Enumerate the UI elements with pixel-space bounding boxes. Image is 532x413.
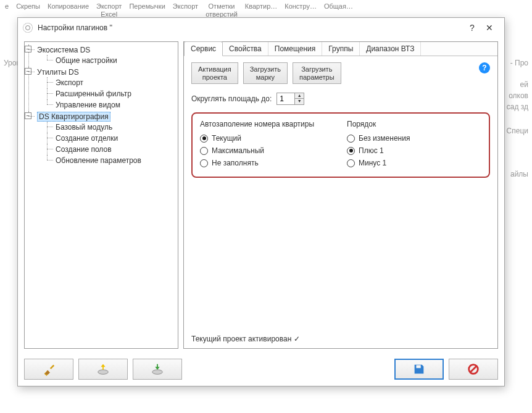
tab-vtz-range[interactable]: Диапазон ВТЗ bbox=[360, 42, 421, 56]
radio-icon bbox=[347, 159, 355, 167]
tree-node-utilities[interactable]: Утилиты DS bbox=[37, 68, 79, 77]
radio-label: Без изменения bbox=[359, 134, 410, 143]
radio-auto-max[interactable]: Максимальный bbox=[200, 144, 335, 157]
content-panel: Сервис Свойства Помещения Группы Диапазо… bbox=[183, 41, 498, 349]
radio-icon bbox=[200, 159, 208, 167]
bg-text: олков bbox=[509, 91, 528, 100]
drive-down-icon bbox=[96, 362, 110, 376]
radio-auto-none[interactable]: Не заполнять bbox=[200, 157, 335, 169]
dialog-button-bar bbox=[18, 355, 504, 386]
bg-text: айлы bbox=[510, 170, 528, 178]
tabs: Сервис Свойства Помещения Группы Диапазо… bbox=[184, 42, 497, 56]
tree-node-apartments[interactable]: DS Квартирография bbox=[37, 112, 110, 122]
ribbon-item[interactable]: Копирование bbox=[45, 1, 91, 12]
radio-auto-current[interactable]: Текущий bbox=[200, 132, 335, 144]
radio-icon bbox=[200, 147, 208, 155]
gear-icon bbox=[23, 23, 33, 33]
expander-icon[interactable]: − bbox=[25, 46, 31, 52]
check-icon: ✓ bbox=[294, 335, 300, 343]
titlebar: Настройки плагинов '' ? ✕ bbox=[18, 18, 504, 38]
radio-label: Плюс 1 bbox=[359, 146, 384, 155]
radio-label: Текущий bbox=[212, 134, 241, 143]
ribbon-item[interactable]: е bbox=[2, 1, 11, 12]
close-button[interactable]: ✕ bbox=[481, 22, 498, 34]
radio-icon bbox=[200, 135, 208, 143]
status-text: Текущий проект активирован✓ bbox=[191, 335, 300, 343]
export-button[interactable] bbox=[78, 359, 128, 380]
help-icon[interactable]: ? bbox=[479, 62, 490, 73]
radio-label: Не заполнять bbox=[212, 159, 259, 167]
radio-order-keep[interactable]: Без изменения bbox=[347, 132, 481, 144]
svg-point-1 bbox=[152, 370, 163, 374]
broom-icon bbox=[42, 362, 56, 376]
radio-order-minus1[interactable]: Минус 1 bbox=[347, 157, 481, 169]
spinner-up-icon[interactable]: ▲ bbox=[295, 93, 304, 99]
tree-node-general-settings[interactable]: Общие настройки bbox=[56, 56, 117, 65]
help-button[interactable]: ? bbox=[463, 22, 481, 34]
tree-node-finish[interactable]: Создание отделки bbox=[56, 134, 118, 143]
settings-dialog: Настройки плагинов '' ? ✕ − Экосистема D… bbox=[17, 17, 505, 386]
radio-icon bbox=[347, 147, 355, 155]
radio-label: Максимальный bbox=[212, 146, 264, 155]
tab-rooms[interactable]: Помещения bbox=[268, 42, 322, 56]
drive-up-icon bbox=[151, 362, 164, 376]
ribbon-item[interactable]: Экспорт bbox=[170, 1, 201, 12]
tab-content-service: Активация проекта Загрузить марку Загруз… bbox=[184, 56, 497, 348]
round-area-label: Округлять площадь до: bbox=[191, 94, 272, 103]
ribbon-item[interactable]: Общая… bbox=[322, 1, 355, 12]
svg-line-3 bbox=[470, 366, 476, 372]
tree-node-adv-filter[interactable]: Расширенный фильтр bbox=[56, 90, 131, 98]
cancel-icon bbox=[467, 362, 480, 376]
import-button[interactable] bbox=[133, 359, 182, 380]
tab-service[interactable]: Сервис bbox=[184, 41, 223, 56]
tree-node-floors[interactable]: Создание полов bbox=[56, 145, 112, 154]
radio-order-plus1[interactable]: Плюс 1 bbox=[347, 144, 481, 157]
ribbon-item[interactable]: Перемычки bbox=[127, 1, 167, 12]
dialog-title: Настройки плагинов '' bbox=[38, 23, 463, 32]
cancel-button[interactable] bbox=[449, 359, 498, 380]
ribbon-item[interactable]: Констру… bbox=[282, 1, 319, 12]
load-mark-button[interactable]: Загрузить марку bbox=[243, 62, 288, 84]
bg-text: - Про bbox=[510, 59, 528, 67]
load-params-button[interactable]: Загрузить параметры bbox=[293, 62, 341, 84]
radio-label: Минус 1 bbox=[359, 159, 386, 167]
spinner-down-icon[interactable]: ▼ bbox=[295, 99, 304, 104]
round-area-input[interactable] bbox=[277, 93, 294, 104]
svg-point-0 bbox=[98, 370, 109, 374]
ribbon-item[interactable]: Квартир… bbox=[243, 1, 280, 12]
expander-icon[interactable]: − bbox=[25, 112, 31, 119]
save-button[interactable] bbox=[394, 359, 444, 380]
nav-tree[interactable]: − Экосистема DS Общие настройки − Утилит… bbox=[24, 41, 178, 349]
activate-project-button[interactable]: Активация проекта bbox=[191, 62, 238, 84]
tree-node-view-mgmt[interactable]: Управление видом bbox=[56, 101, 120, 109]
bg-text: сад зд bbox=[507, 102, 528, 111]
tree-node-update-params[interactable]: Обновление параметров bbox=[56, 156, 141, 165]
tab-groups[interactable]: Группы bbox=[322, 42, 360, 56]
autofill-title: Автозаполение номера квартиры bbox=[200, 120, 335, 128]
autofill-groupbox: Автозаполение номера квартиры Текущий Ма… bbox=[191, 112, 490, 178]
ribbon-item[interactable]: Скрепы bbox=[14, 1, 43, 12]
bg-text: ей bbox=[520, 80, 528, 89]
tree-node-ecosystem[interactable]: Экосистема DS bbox=[37, 46, 90, 54]
expander-icon[interactable]: − bbox=[25, 68, 31, 75]
tree-node-base-module[interactable]: Базовый модуль bbox=[56, 123, 112, 131]
round-area-spinner[interactable]: ▲ ▼ bbox=[276, 93, 304, 105]
radio-icon bbox=[347, 135, 355, 143]
clean-button[interactable] bbox=[24, 359, 73, 380]
tree-node-export[interactable]: Экспорт bbox=[56, 78, 83, 87]
save-icon bbox=[412, 362, 426, 376]
tab-properties[interactable]: Свойства bbox=[223, 42, 268, 56]
order-title: Порядок bbox=[347, 120, 481, 128]
bg-text: Специ bbox=[507, 127, 528, 135]
